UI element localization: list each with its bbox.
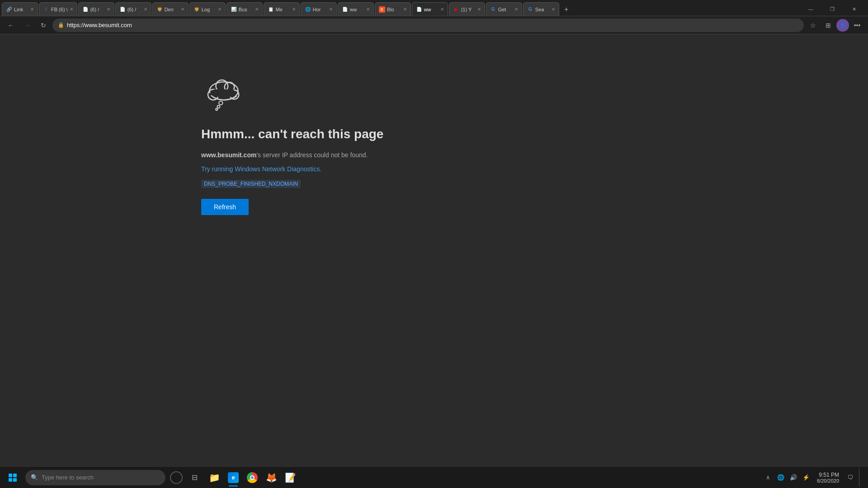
chrome-button[interactable] — [243, 469, 261, 487]
sticky-notes-icon: 📝 — [285, 472, 296, 483]
tab-favicon-hor: 🌐 — [305, 6, 311, 13]
tab-close-ww1[interactable]: ✕ — [364, 7, 370, 12]
network-icon[interactable]: 🌐 — [775, 472, 786, 483]
tab-close-3[interactable]: ✕ — [105, 7, 110, 12]
tab-hor[interactable]: 🌐 Hor ✕ — [301, 2, 337, 16]
tab-label: Sea — [535, 7, 544, 12]
new-tab-button[interactable]: + — [560, 3, 573, 16]
browser-frame: 🔗 Link ✕ f FB (6) \ ✕ 📄 (6) / ✕ 📄 (6) / … — [0, 0, 868, 34]
tab-favicon-ww1: 📄 — [342, 6, 348, 13]
tab-ww1[interactable]: 📄 ww ✕ — [338, 2, 374, 16]
tab-close-bus[interactable]: ✕ — [253, 7, 259, 12]
address-bar[interactable]: 🔒 https://www.besumit.com — [52, 19, 804, 32]
notifications-button[interactable]: 🗨 — [844, 472, 855, 483]
window-controls: — ❐ ✕ — [800, 2, 866, 16]
error-description: www.besumit.com's server IP address coul… — [201, 150, 368, 160]
tab-close-get[interactable]: ✕ — [513, 7, 518, 12]
tab-favicon-sea: G — [527, 6, 533, 13]
cortana-button[interactable] — [167, 469, 185, 487]
tab-fb[interactable]: f FB (6) \ ✕ — [39, 2, 77, 16]
tab-label: Get — [498, 7, 506, 12]
tab-yt[interactable]: ▶ (1) Y ✕ — [449, 2, 485, 16]
svg-point-9 — [217, 105, 220, 108]
edge-button[interactable]: e — [224, 469, 242, 487]
tab-label: Log — [202, 7, 210, 12]
tab-3[interactable]: 📄 (6) / ✕ — [78, 2, 114, 16]
error-title: Hmmm... can't reach this page — [201, 127, 383, 141]
clock-display[interactable]: 9:51 PM 8/20/2020 — [815, 472, 841, 483]
tab-label: Bus — [239, 7, 247, 12]
tab-close-sea[interactable]: ✕ — [550, 7, 555, 12]
tab-label: ww — [424, 7, 431, 12]
svg-point-10 — [216, 108, 217, 110]
tab-me[interactable]: 📋 Me ✕ — [264, 2, 300, 16]
tab-favicon-4: 📄 — [119, 6, 126, 13]
tab-close-link[interactable]: ✕ — [28, 7, 34, 12]
close-button[interactable]: ✕ — [844, 2, 864, 16]
restore-button[interactable]: ❐ — [822, 2, 843, 16]
tab-label: (6) / — [127, 7, 137, 12]
tab-close-log[interactable]: ✕ — [216, 7, 222, 12]
sticky-notes-button[interactable]: 📝 — [281, 469, 299, 487]
tab-den[interactable]: 🦁 Den ✕ — [152, 2, 189, 16]
tab-close-hor[interactable]: ✕ — [327, 7, 333, 12]
reload-button[interactable]: ↻ — [36, 18, 51, 33]
firefox-button[interactable]: 🦊 — [262, 469, 280, 487]
tab-label: Hor — [313, 7, 321, 12]
tab-ww2-active[interactable]: 📄 ww ✕ — [412, 2, 448, 16]
error-container: Hmmm... can't reach this page www.besumi… — [201, 75, 383, 215]
chrome-icon — [247, 472, 258, 483]
diagnostic-link[interactable]: Try running Windows Network Diagnostics. — [201, 165, 321, 173]
tab-get[interactable]: G Get ✕ — [486, 2, 522, 16]
svg-rect-7 — [231, 93, 235, 96]
tab-label: (1) Y — [461, 7, 472, 12]
tab-label: FB (6) \ — [51, 7, 68, 12]
tab-blo[interactable]: B Blo ✕ — [375, 2, 411, 16]
tab-close-4[interactable]: ✕ — [142, 7, 147, 12]
taskbar-search[interactable]: 🔍 Type here to search — [25, 470, 165, 485]
tab-close-yt[interactable]: ✕ — [476, 7, 481, 12]
taskbar-right-tray: ∧ 🌐 🔊 ⚡ 9:51 PM 8/20/2020 🗨 — [763, 469, 866, 487]
back-button[interactable]: ← — [4, 18, 18, 33]
tab-link[interactable]: 🔗 Link ✕ — [2, 2, 38, 16]
show-desktop-button[interactable] — [859, 469, 863, 487]
tab-log[interactable]: 🦁 Log ✕ — [189, 2, 226, 16]
refresh-button[interactable]: Refresh — [201, 199, 249, 215]
tab-favicon-blo: B — [379, 6, 385, 13]
tab-label: Den — [165, 7, 174, 12]
minimize-button[interactable]: — — [800, 2, 821, 16]
taskbar-pinned-apps: 📁 e 🦊 📝 — [205, 469, 299, 487]
tab-close-blo[interactable]: ✕ — [401, 7, 407, 12]
tab-label: ww — [350, 7, 357, 12]
tab-4[interactable]: 📄 (6) / ✕ — [115, 2, 151, 16]
tab-close-den[interactable]: ✕ — [179, 7, 184, 12]
tab-close-ww2[interactable]: ✕ — [439, 7, 444, 12]
tab-close-me[interactable]: ✕ — [290, 7, 296, 12]
error-description-suffix: 's server IP address could not be found. — [256, 151, 368, 159]
page-content: Hmmm... can't reach this page www.besumi… — [0, 35, 868, 466]
forward-button[interactable]: → — [20, 18, 34, 33]
file-explorer-button[interactable]: 📁 — [205, 469, 223, 487]
chrome-inner-circle — [250, 475, 255, 480]
collections-button[interactable]: ⊞ — [821, 18, 835, 33]
battery-icon[interactable]: ⚡ — [801, 472, 811, 483]
settings-button[interactable]: ••• — [850, 18, 864, 33]
favorites-button[interactable]: ☆ — [806, 18, 820, 33]
show-hidden-icons-button[interactable]: ∧ — [763, 472, 774, 483]
volume-icon[interactable]: 🔊 — [788, 472, 799, 483]
tab-sea[interactable]: G Sea ✕ — [523, 2, 559, 16]
lock-icon: 🔒 — [58, 22, 64, 28]
tab-favicon-ww2: 📄 — [416, 6, 422, 13]
tab-bus[interactable]: 📊 Bus ✕ — [226, 2, 263, 16]
diagnostic-link-text: Try running Windows Network Diagnostics — [201, 165, 320, 173]
start-button[interactable] — [2, 467, 24, 488]
firefox-icon: 🦊 — [266, 472, 277, 483]
folder-icon: 📁 — [209, 472, 220, 483]
address-text: https://www.besumit.com — [67, 22, 132, 28]
taskbar: 🔍 Type here to search ⊟ 📁 e 🦊 — [0, 466, 868, 488]
tab-close-fb[interactable]: ✕ — [68, 7, 73, 12]
profile-avatar[interactable]: 👤 — [836, 19, 849, 32]
error-code-badge: DNS_PROBE_FINISHED_NXDOMAIN — [201, 180, 301, 188]
task-view-button[interactable]: ⊟ — [185, 469, 203, 487]
toolbar-right: ☆ ⊞ 👤 ••• — [806, 18, 864, 33]
